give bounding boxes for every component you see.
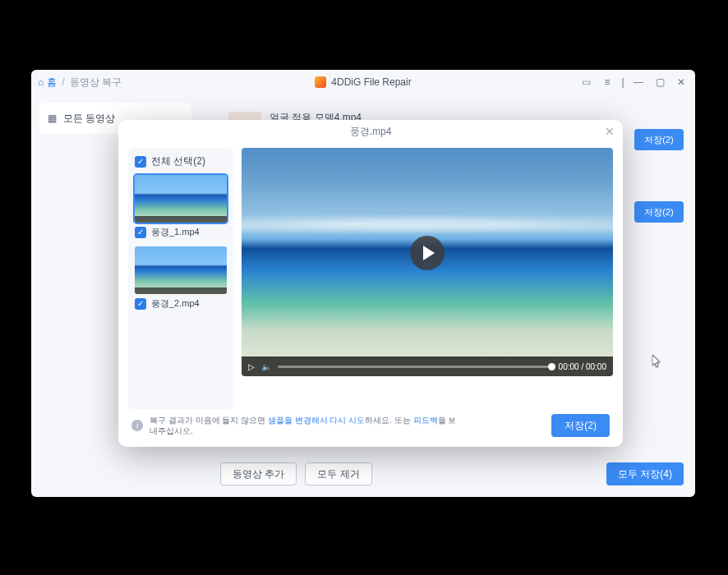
video-frame[interactable]: ▷ 🔈 00:00 / 00:00: [242, 148, 613, 376]
video-controls: ▷ 🔈 00:00 / 00:00: [242, 356, 613, 376]
time-display: 00:00 / 00:00: [559, 362, 606, 371]
check-icon[interactable]: ✓: [135, 298, 146, 310]
minimize-button[interactable]: —: [629, 73, 647, 91]
feedback-icon[interactable]: ▭: [577, 73, 595, 91]
cursor-icon: [652, 355, 662, 368]
video-icon: ▦: [48, 113, 57, 124]
app-title-text: 4DDiG File Repair: [331, 76, 411, 88]
thumbnail-item[interactable]: ✓ 풍경_2.mp4: [135, 246, 227, 310]
feedback-link[interactable]: 피드백: [413, 416, 438, 425]
divider: |: [620, 73, 626, 91]
check-icon: ✓: [135, 156, 146, 168]
breadcrumb-current: 동영상 복구: [70, 76, 122, 90]
save-button-row1[interactable]: 저장(2): [634, 129, 684, 150]
save-button-row2[interactable]: 저장(2): [634, 201, 684, 223]
thumbnail-column: ✓ 전체 선택(2) ✓ 풍경_1.mp4 ✓ 풍경_2.mp4: [128, 148, 233, 409]
thumbnail-item[interactable]: ✓ 풍경_1.mp4: [135, 175, 227, 238]
modal-save-button[interactable]: 저장(2): [551, 414, 610, 437]
app-logo-icon: [315, 76, 326, 88]
breadcrumb-sep: /: [62, 76, 64, 88]
remove-all-button[interactable]: 모두 제거: [305, 462, 371, 485]
close-icon[interactable]: ✕: [603, 125, 616, 138]
home-icon[interactable]: ⌂: [38, 76, 44, 88]
menu-icon[interactable]: ≡: [598, 73, 616, 91]
select-all-label: 전체 선택(2): [151, 154, 205, 168]
maximize-button[interactable]: ▢: [651, 73, 669, 91]
thumbnail-label: 풍경_2.mp4: [151, 297, 200, 310]
breadcrumb-home[interactable]: 홈: [47, 76, 57, 90]
thumbnail-image: [135, 175, 227, 223]
close-button[interactable]: ✕: [672, 73, 690, 91]
modal-footer: i 복구 결과가 마음에 들지 않으면 샘플을 변경해서 다시 시도하세요. 또…: [118, 409, 623, 442]
seek-bar[interactable]: [278, 366, 552, 368]
thumbnail-label: 풍경_1.mp4: [151, 226, 200, 238]
info-icon: i: [131, 420, 143, 431]
play-icon[interactable]: ▷: [248, 362, 255, 371]
hint-text: 복구 결과가 마음에 들지 않으면 샘플을 변경해서 다시 시도하세요. 또는 …: [150, 415, 462, 437]
save-all-button[interactable]: 모두 저장(4): [606, 462, 684, 485]
modal-title-text: 풍경.mp4: [350, 125, 392, 139]
preview-modal: 풍경.mp4 ✕ ✓ 전체 선택(2) ✓ 풍경_1.mp4 ✓ 풍경_2.mp…: [118, 120, 623, 447]
sidebar-label: 모든 동영상: [63, 112, 115, 126]
check-icon[interactable]: ✓: [135, 227, 146, 238]
titlebar: ⌂ 홈 / 동영상 복구 4DDiG File Repair ▭ ≡ | — ▢…: [31, 70, 695, 94]
volume-icon[interactable]: 🔈: [261, 362, 271, 371]
thumbnail-image: [135, 246, 227, 294]
retry-link[interactable]: 샘플을 변경해서 다시 시도: [268, 416, 365, 425]
modal-title: 풍경.mp4 ✕: [118, 120, 623, 143]
add-video-button[interactable]: 동영상 추가: [220, 462, 297, 485]
select-all-checkbox[interactable]: ✓ 전체 선택(2): [135, 154, 227, 168]
video-preview: ▷ 🔈 00:00 / 00:00: [242, 148, 613, 409]
play-button[interactable]: [410, 236, 445, 270]
